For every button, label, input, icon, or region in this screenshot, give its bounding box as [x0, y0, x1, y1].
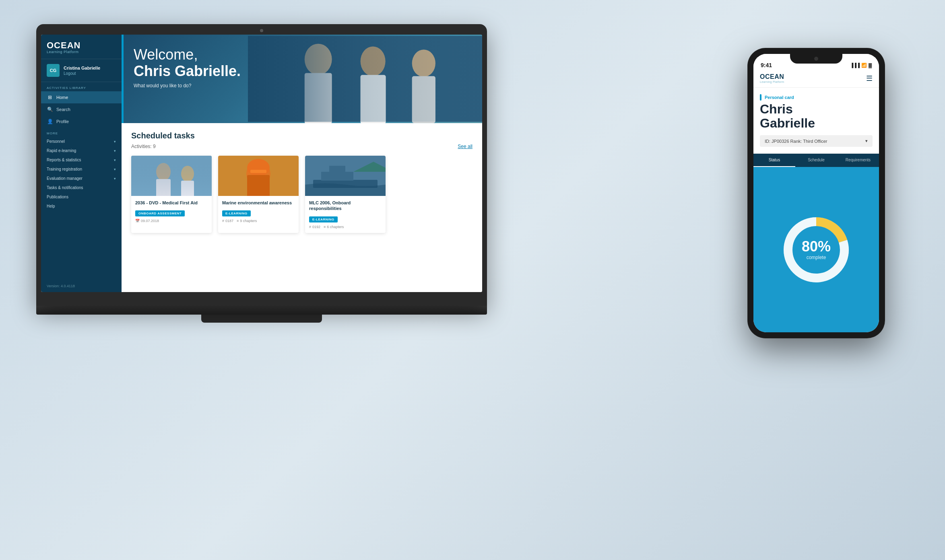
profile-icon: 👤 — [47, 118, 53, 125]
hero-text: Welcome, Chris Gabrielle. What would you… — [134, 47, 241, 89]
card-image — [131, 156, 212, 196]
svg-rect-7 — [248, 36, 482, 122]
tab-schedule[interactable]: Schedule — [795, 154, 837, 167]
card-title: Marine environmental awareness — [222, 200, 295, 206]
chevron-icon: ▾ — [114, 167, 116, 171]
scene: OCEAN Learning Platform CG Cristina Gabr… — [0, 0, 945, 560]
logout-link[interactable]: Logout — [64, 71, 100, 76]
sidebar-item-training[interactable]: Training registration ▾ — [41, 165, 122, 174]
hero-name: Chris Gabrielle. — [134, 63, 241, 80]
phone-screen: 9:41 ▐▐▐ 📶 ▓ OCEAN Learning Platform ☰ — [753, 54, 879, 332]
phone-camera — [814, 57, 818, 61]
hero-image — [248, 35, 482, 123]
phone-body: 9:41 ▐▐▐ 📶 ▓ OCEAN Learning Platform ☰ — [748, 48, 885, 338]
main-content: Welcome, Chris Gabrielle. What would you… — [122, 35, 482, 292]
activities-count: Activities: 9 — [131, 144, 156, 149]
laptop-camera — [260, 29, 263, 32]
card-chapters: ≡ 6 chapters — [324, 225, 344, 229]
card-image — [218, 156, 299, 196]
activity-card[interactable]: 2036 - DVD - Medical First Aid ONBOARD A… — [131, 156, 212, 233]
version-label: Version: 4.0.4118 — [41, 280, 122, 292]
chevron-icon: ▾ — [114, 149, 116, 153]
svg-rect-17 — [247, 175, 270, 196]
personal-card: Personal card Chris Gabrielle ID: JP0032… — [753, 88, 879, 154]
see-all-link[interactable]: See all — [458, 144, 472, 149]
sidebar-item-rapid-elearning[interactable]: Rapid e-learning ▾ — [41, 146, 122, 155]
personal-card-label: Personal card — [760, 94, 873, 101]
sidebar-item-tasks[interactable]: Tasks & notifications — [41, 183, 122, 192]
activity-card[interactable]: Marine environmental awareness E-LEARNIN… — [218, 156, 299, 233]
card-title: MLC 2006, Onboard responsibilities — [309, 200, 382, 212]
card-id: # 0192 — [309, 225, 320, 229]
activities-library-label: ACTIVITIES LIBRARY — [41, 82, 122, 91]
wifi-icon: 📶 — [861, 63, 867, 68]
card-body: 2036 - DVD - Medical First Aid ONBOARD A… — [131, 196, 212, 227]
laptop-stand — [201, 315, 322, 323]
card-chapters: ≡ 9 chapters — [237, 219, 257, 223]
hero-banner: Welcome, Chris Gabrielle. What would you… — [122, 35, 482, 123]
laptop: OCEAN Learning Platform CG Cristina Gabr… — [36, 24, 487, 338]
search-icon: 🔍 — [47, 106, 53, 113]
personal-card-name: Chris Gabrielle — [760, 102, 873, 130]
sidebar-item-evaluation[interactable]: Evaluation manager ▾ — [41, 174, 122, 183]
card-badge: E-LEARNING — [309, 216, 338, 222]
battery-icon: ▓ — [869, 63, 872, 68]
card-meta: # 0187 ≡ 9 chapters — [222, 219, 295, 223]
phone: 9:41 ▐▐▐ 📶 ▓ OCEAN Learning Platform ☰ — [748, 48, 885, 338]
sidebar-item-home[interactable]: ⊞ Home — [41, 91, 122, 103]
activity-card[interactable]: MLC 2006, Onboard responsibilities E-LEA… — [305, 156, 386, 233]
phone-logo: OCEAN Learning Platform — [760, 73, 784, 83]
hamburger-menu-icon[interactable]: ☰ — [866, 74, 873, 83]
sidebar-item-label: Profile — [56, 119, 69, 124]
svg-rect-22 — [329, 166, 345, 173]
svg-rect-13 — [131, 156, 212, 196]
sidebar-item-label: Search — [56, 107, 70, 112]
blue-accent-bar — [122, 35, 124, 123]
chevron-icon: ▾ — [114, 177, 116, 181]
section-title: Scheduled tasks — [131, 131, 195, 140]
card-title: 2036 - DVD - Medical First Aid — [135, 200, 208, 206]
app-name: OCEAN — [47, 41, 116, 50]
card-badge: E-LEARNING — [222, 210, 251, 216]
section-header: Scheduled tasks — [131, 131, 472, 140]
sidebar-item-reports[interactable]: Reports & statistics ▾ — [41, 155, 122, 165]
more-label: MORE — [41, 128, 122, 137]
laptop-screen: OCEAN Learning Platform CG Cristina Gabr… — [41, 35, 482, 292]
section-meta: Activities: 9 See all — [131, 144, 472, 149]
card-badge: ONBOARD ASSESSMENT — [135, 210, 185, 216]
user-name: Cristina Gabrielle — [64, 65, 100, 71]
sidebar-item-label: Home — [56, 95, 68, 100]
tab-status[interactable]: Status — [753, 154, 795, 167]
donut-chart: 80% complete — [780, 214, 852, 286]
sidebar-item-search[interactable]: 🔍 Search — [41, 103, 122, 115]
chart-center: 80% complete — [802, 239, 831, 260]
sidebar-item-publications[interactable]: Publications — [41, 192, 122, 202]
card-date: 📅 09.07.2018 — [135, 219, 159, 223]
sidebar-item-personnel[interactable]: Personnel ▾ — [41, 137, 122, 146]
app-subtitle: Learning Platform — [47, 50, 116, 54]
hero-welcome: Welcome, — [134, 47, 241, 63]
cards-grid: 2036 - DVD - Medical First Aid ONBOARD A… — [131, 156, 472, 233]
svg-rect-21 — [321, 172, 353, 181]
phone-chart-area: 80% complete — [753, 167, 879, 332]
card-body: Marine environmental awareness E-LEARNIN… — [218, 196, 299, 227]
sidebar-item-profile[interactable]: 👤 Profile — [41, 115, 122, 128]
sidebar-item-help[interactable]: Help — [41, 202, 122, 211]
chart-percent: 80% — [802, 239, 831, 254]
card-meta: 📅 09.07.2018 — [135, 219, 208, 223]
signal-icon: ▐▐▐ — [850, 63, 860, 68]
chevron-icon: ▾ — [114, 158, 116, 162]
home-icon: ⊞ — [47, 94, 53, 101]
dropdown-chevron-icon: ▾ — [865, 138, 868, 144]
laptop-base — [36, 306, 487, 315]
sidebar-logo: OCEAN Learning Platform — [41, 35, 122, 59]
chevron-icon: ▾ — [114, 140, 116, 144]
tab-requirements[interactable]: Requirements — [837, 154, 879, 167]
phone-app-name: OCEAN — [760, 73, 784, 80]
phone-tabs: Status Schedule Requirements — [753, 154, 879, 167]
card-body: MLC 2006, Onboard responsibilities E-LEA… — [305, 196, 386, 233]
svg-rect-18 — [250, 170, 266, 173]
personal-card-id[interactable]: ID: JP00326 Rank: Third Officer ▾ — [760, 135, 873, 147]
phone-status-icons: ▐▐▐ 📶 ▓ — [850, 63, 872, 68]
sidebar-user[interactable]: CG Cristina Gabrielle Logout — [41, 59, 122, 82]
